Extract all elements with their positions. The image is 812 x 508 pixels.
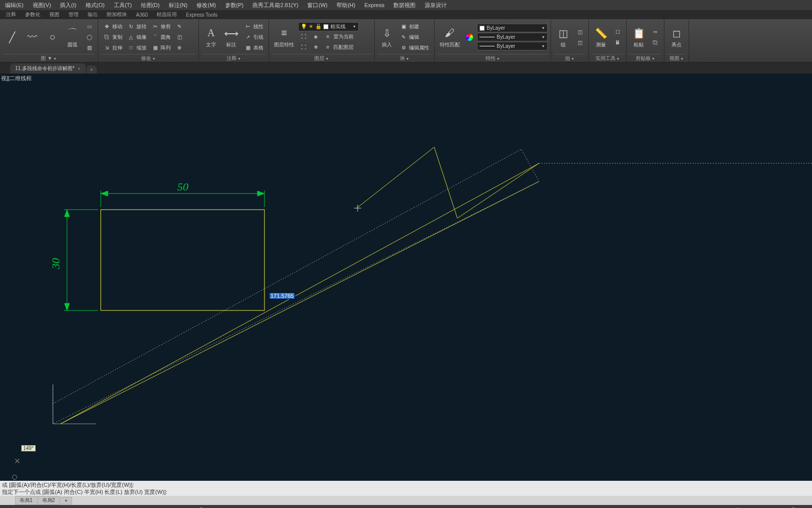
move-button[interactable]: ✥移动 bbox=[101, 22, 124, 32]
cycling-toggle[interactable]: ↻ bbox=[274, 506, 283, 508]
circle-button[interactable]: ○ bbox=[43, 28, 61, 46]
panel-title-util[interactable]: 实用工具 bbox=[592, 54, 623, 62]
copy-button[interactable]: ⿻复制 bbox=[101, 32, 124, 42]
layer-state-button[interactable]: ⛶ bbox=[298, 32, 309, 42]
new-tab-button[interactable]: + bbox=[87, 66, 97, 74]
grid-toggle[interactable]: ▦ bbox=[141, 506, 150, 508]
color-picker-button[interactable] bbox=[464, 32, 475, 42]
scale-button[interactable]: □缩放 bbox=[125, 43, 149, 53]
erase-button[interactable]: ✎ bbox=[174, 22, 185, 32]
tab-manage[interactable]: 管理 bbox=[64, 10, 83, 19]
panel-title-block[interactable]: 块 bbox=[378, 54, 431, 62]
menu-modify[interactable]: 修改(M) bbox=[193, 1, 219, 10]
menu-format[interactable]: 格式(O) bbox=[83, 1, 108, 10]
otrack-toggle[interactable]: ∠ bbox=[241, 506, 250, 508]
layer-freeze-button[interactable]: ❄ bbox=[310, 42, 321, 52]
edit-block-button[interactable]: ✎编辑 bbox=[398, 32, 431, 42]
panel-title-draw[interactable]: 图 ▼ bbox=[3, 54, 95, 62]
arc-button[interactable]: ⌒圆弧 bbox=[63, 24, 82, 50]
group-edit-button[interactable]: ◫ bbox=[574, 37, 585, 47]
menu-yuanquan[interactable]: 源泉设计 bbox=[422, 1, 450, 10]
text-button[interactable]: A文字 bbox=[202, 24, 220, 50]
ellipse-button[interactable]: ◯ bbox=[84, 32, 95, 42]
osnap-toggle[interactable]: ◻ bbox=[219, 506, 228, 508]
tab-view[interactable]: 视图 bbox=[45, 10, 63, 19]
select-all-button[interactable]: ☐ bbox=[612, 27, 623, 37]
cut-button[interactable]: ✂ bbox=[650, 27, 661, 37]
insert-block-button[interactable]: ⇩插入 bbox=[378, 24, 396, 50]
menu-tools[interactable]: 工具(T) bbox=[111, 1, 135, 10]
group-button[interactable]: ◫组 bbox=[554, 24, 572, 50]
stretch-button[interactable]: ⇲拉伸 bbox=[101, 43, 124, 53]
layout-tab-2[interactable]: 布局2 bbox=[38, 496, 60, 505]
polyline-button[interactable]: 〰 bbox=[23, 28, 41, 46]
copy-clip-button[interactable]: ⿻ bbox=[650, 37, 661, 47]
color-dropdown[interactable]: ByLayer▼ bbox=[477, 24, 548, 32]
menu-yanxiu[interactable]: 燕秀工具箱2.81(Y) bbox=[249, 1, 301, 10]
command-prompt[interactable]: 指定下一个点或 [圆弧(A) 闭合(C) 半宽(H) 长度(L) 放弃(U) 宽… bbox=[2, 488, 810, 495]
menu-dimension[interactable]: 标注(N) bbox=[166, 1, 190, 10]
linear-dim-button[interactable]: ⊢线性 bbox=[242, 22, 265, 32]
layer-properties-button[interactable]: ≡图层特性 bbox=[272, 24, 296, 50]
isolate-objects[interactable]: ◫ bbox=[679, 506, 688, 508]
line-button[interactable]: ╱ bbox=[3, 28, 21, 46]
menu-help[interactable]: 帮助(H) bbox=[333, 1, 358, 10]
layer-dropdown[interactable]: 💡 ☀ 🔓 粗实线 ▼ bbox=[298, 22, 359, 31]
hardware-accel[interactable]: ◉ bbox=[667, 506, 676, 508]
menu-draw[interactable]: 绘图(D) bbox=[138, 1, 163, 10]
trim-button[interactable]: ✂修剪 bbox=[150, 22, 173, 32]
layout-add-button[interactable]: + bbox=[60, 497, 72, 504]
mirror-button[interactable]: △镜像 bbox=[125, 32, 149, 42]
create-block-button[interactable]: ▣创建 bbox=[398, 22, 431, 32]
rotate-button[interactable]: ↻旋转 bbox=[125, 22, 149, 32]
menu-dataview[interactable]: 数据视图 bbox=[390, 1, 419, 10]
offset-button[interactable]: ⊕ bbox=[174, 43, 185, 53]
dynamic-input-toggle[interactable]: ⊕ bbox=[174, 506, 183, 508]
tab-featured[interactable]: 精选应用 bbox=[153, 10, 181, 19]
command-window[interactable]: 或 [圆弧(A)/闭合(C)/半宽(H)/长度(L)/放弃(U)/宽度(W)]:… bbox=[0, 481, 812, 496]
panel-title-group[interactable]: 组 bbox=[554, 54, 585, 62]
fillet-button[interactable]: ⌒圆角 bbox=[150, 32, 173, 42]
tab-output[interactable]: 输出 bbox=[84, 10, 102, 19]
customize-button[interactable]: ⚙ bbox=[655, 506, 664, 508]
panel-title-modify[interactable]: 修改 bbox=[101, 54, 195, 62]
3dosnap-toggle[interactable]: ◇ bbox=[230, 506, 239, 508]
panel-title-annotate[interactable]: 注释 bbox=[202, 54, 265, 62]
paste-button[interactable]: 📋粘贴 bbox=[630, 24, 648, 50]
polar-toggle[interactable]: ⦿ bbox=[196, 506, 206, 508]
panel-title-properties[interactable]: 特性 bbox=[438, 54, 548, 62]
menu-more[interactable]: ≡ bbox=[703, 506, 712, 508]
match-props-button[interactable]: 🖌特性匹配 bbox=[438, 24, 462, 50]
lineweight-toggle[interactable]: ≡ bbox=[252, 506, 261, 508]
linetype-dropdown[interactable]: ByLayer▼ bbox=[477, 42, 548, 50]
close-icon[interactable]: × bbox=[78, 66, 81, 72]
panel-title-view[interactable]: 视图 bbox=[667, 54, 686, 62]
file-tab-active[interactable]: 11.多段线命令初步讲解图* × bbox=[10, 64, 86, 74]
dynamic-input-tooltip[interactable]: 171.5765 bbox=[269, 292, 295, 299]
tab-a360[interactable]: A360 bbox=[132, 11, 152, 19]
menu-view[interactable]: 视图(V) bbox=[30, 1, 54, 10]
panel-title-layers[interactable]: 图层 bbox=[272, 54, 371, 62]
basepoint-button[interactable]: ◻基点 bbox=[667, 24, 686, 50]
ungroup-button[interactable]: ◫ bbox=[574, 27, 585, 37]
hatch-button[interactable]: ▨ bbox=[84, 43, 95, 53]
menu-insert[interactable]: 插入(I) bbox=[57, 1, 79, 10]
annotation-scale[interactable]: ⚖ bbox=[621, 506, 630, 508]
quick-calc-button[interactable]: 🖩 bbox=[612, 37, 623, 47]
tab-addins[interactable]: 附加模块 bbox=[103, 10, 131, 19]
menu-express[interactable]: Express bbox=[361, 1, 387, 9]
layout-tab-1[interactable]: 布局1 bbox=[15, 496, 37, 505]
tab-parametric[interactable]: 参数化 bbox=[21, 10, 44, 19]
infer-toggle[interactable]: ⊢ bbox=[163, 506, 172, 508]
clean-screen[interactable]: ▭ bbox=[691, 506, 700, 508]
anno-visibility[interactable]: 👁 bbox=[633, 506, 642, 508]
layer-iso-button[interactable]: ◈ bbox=[310, 32, 321, 42]
layer-off-button[interactable]: ⛶ bbox=[298, 42, 309, 52]
edit-attr-button[interactable]: ⚙编辑属性 bbox=[398, 43, 431, 53]
close-viewport-icon[interactable]: ✕ bbox=[14, 457, 21, 466]
panel-title-clipboard[interactable]: 剪贴板 bbox=[630, 54, 661, 62]
isodraft-toggle[interactable]: ▲ bbox=[208, 506, 217, 508]
nav-wheel[interactable] bbox=[12, 475, 17, 480]
explode-button[interactable]: ◫ bbox=[174, 32, 185, 42]
tab-annotate[interactable]: 注释 bbox=[2, 10, 20, 19]
